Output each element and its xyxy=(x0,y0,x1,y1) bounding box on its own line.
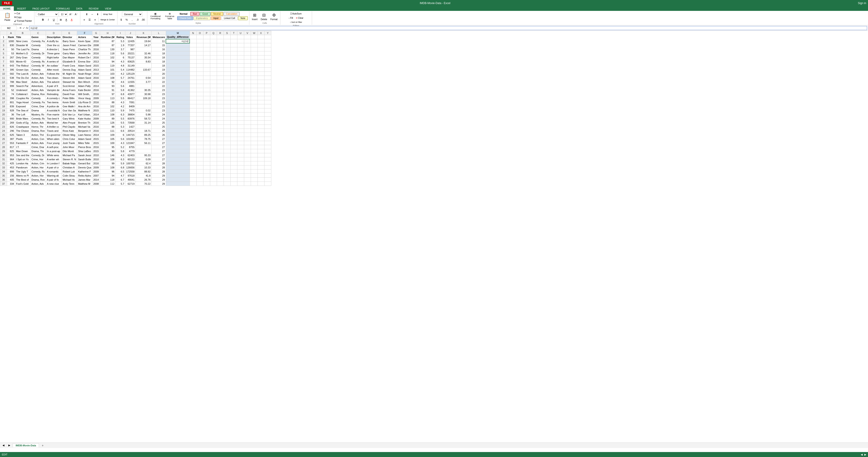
table-cell[interactable]: 112 xyxy=(100,182,115,186)
table-cell-empty[interactable] xyxy=(244,170,251,174)
table-cell-empty[interactable] xyxy=(196,68,203,72)
table-cell[interactable]: 29 xyxy=(152,178,166,182)
table-cell[interactable]: Comedy, Rc xyxy=(30,117,46,121)
table-cell[interactable]: 23 xyxy=(152,104,166,109)
row-header[interactable]: 9 xyxy=(0,68,7,72)
delete-button[interactable]: ⊟ Delete xyxy=(259,12,268,21)
col-header-o[interactable]: O xyxy=(196,31,203,35)
table-cell[interactable]: Karl Urban, xyxy=(77,113,92,117)
table-cell[interactable]: 1.9 xyxy=(115,43,125,47)
table-cell[interactable]: Comedy xyxy=(30,56,46,60)
table-cell[interactable]: Nine Lives xyxy=(15,39,30,43)
table-cell[interactable]: 6.6 xyxy=(115,129,125,133)
table-cell[interactable] xyxy=(166,100,190,104)
table-cell[interactable]: 24 xyxy=(152,117,166,121)
table-cell[interactable]: A pair of fo xyxy=(46,178,62,182)
table-cell-empty[interactable] xyxy=(237,174,244,178)
table-cell[interactable]: 101 xyxy=(100,68,115,72)
table-cell[interactable]: 398 xyxy=(7,96,15,100)
table-cell-empty[interactable] xyxy=(223,141,230,145)
table-cell[interactable]: 2010 xyxy=(92,72,100,76)
table-cell[interactable]: 269 xyxy=(7,121,15,125)
table-cell[interactable]: 25 xyxy=(152,125,166,129)
table-cell[interactable]: 50 xyxy=(7,47,15,51)
table-cell[interactable] xyxy=(166,165,190,170)
table-cell-empty[interactable] xyxy=(230,121,237,125)
table-cell[interactable]: 18 xyxy=(152,56,166,60)
table-cell-empty[interactable] xyxy=(244,84,251,88)
table-cell[interactable]: 2014 xyxy=(92,113,100,117)
table-cell[interactable]: Chris Colur xyxy=(62,137,77,141)
table-cell[interactable]: 97618 xyxy=(125,174,135,178)
table-cell[interactable]: Kate Hudsc xyxy=(77,117,92,121)
table-cell[interactable]: 125129 xyxy=(125,72,135,76)
table-cell[interactable]: Dennis Dug xyxy=(62,68,77,72)
row-header[interactable]: 34 xyxy=(0,170,7,174)
table-cell[interactable]: Drama, Ron xyxy=(30,178,46,182)
table-cell[interactable]: 2016 xyxy=(92,80,100,84)
table-cell[interactable]: London Ha xyxy=(15,161,30,165)
table-cell[interactable]: Crawlspace xyxy=(15,125,30,129)
table-cell-empty[interactable] xyxy=(217,104,223,109)
table-cell-empty[interactable] xyxy=(190,56,196,60)
table-cell-empty[interactable] xyxy=(237,125,244,129)
table-cell[interactable]: Comedy, Fa xyxy=(30,100,46,104)
table-cell[interactable]: Two best fr xyxy=(46,117,62,121)
table-cell-empty[interactable] xyxy=(257,121,264,125)
table-cell[interactable]: 27 xyxy=(152,153,166,157)
table-cell[interactable] xyxy=(166,72,190,76)
table-cell[interactable]: Taken 3 xyxy=(15,133,30,137)
table-cell-empty[interactable] xyxy=(257,129,264,133)
table-cell[interactable]: Dirty Gran xyxy=(15,56,30,60)
table-cell[interactable]: 144715 xyxy=(125,133,135,137)
table-cell[interactable]: 553 xyxy=(7,141,15,145)
table-cell-empty[interactable] xyxy=(257,170,264,174)
table-cell[interactable]: Jason Fried xyxy=(62,43,77,47)
table-cell[interactable]: Steven Bril xyxy=(62,76,77,80)
table-cell-empty[interactable] xyxy=(257,56,264,60)
table-cell-empty[interactable] xyxy=(217,125,223,129)
table-cell[interactable] xyxy=(166,43,190,47)
table-cell-empty[interactable] xyxy=(237,145,244,149)
table-cell[interactable]: 20221 xyxy=(125,51,135,56)
table-cell[interactable]: 6.8 xyxy=(115,165,125,170)
table-cell-empty[interactable] xyxy=(230,145,237,149)
table-cell[interactable]: 121847 xyxy=(125,141,135,145)
table-cell[interactable]: 2008 xyxy=(92,182,100,186)
table-cell-empty[interactable] xyxy=(190,161,196,165)
table-cell-empty[interactable] xyxy=(223,149,230,153)
row-header[interactable]: 30 xyxy=(0,153,7,157)
merge-center-button[interactable]: Merge & Center xyxy=(99,17,116,22)
table-cell[interactable]: Adam Sand xyxy=(77,64,92,68)
table-cell[interactable]: Rating xyxy=(115,35,125,39)
table-cell[interactable]: 2009 xyxy=(92,96,100,100)
table-cell[interactable]: 83976 xyxy=(125,117,135,121)
table-cell-empty[interactable] xyxy=(217,72,223,76)
bold-button[interactable]: B xyxy=(40,17,45,22)
table-cell-empty[interactable] xyxy=(251,145,257,149)
table-cell[interactable]: 86417 xyxy=(125,96,135,100)
table-cell-empty[interactable] xyxy=(244,149,251,153)
table-cell-empty[interactable] xyxy=(244,35,251,39)
table-cell[interactable]: Action, Adv xyxy=(30,121,46,125)
table-cell-empty[interactable] xyxy=(251,149,257,153)
table-cell-empty[interactable] xyxy=(217,47,223,51)
table-cell-empty[interactable] xyxy=(251,129,257,133)
table-cell[interactable]: 2016 xyxy=(92,125,100,129)
table-cell[interactable]: 5.8 xyxy=(115,149,125,153)
table-cell-empty[interactable] xyxy=(203,43,210,47)
table-cell[interactable]: 953 xyxy=(7,153,15,157)
table-cell[interactable]: 4.3 xyxy=(115,153,125,157)
table-cell[interactable]: 26 xyxy=(152,129,166,133)
table-cell-empty[interactable] xyxy=(257,104,264,109)
table-cell[interactable]: Phil Claydo xyxy=(62,125,77,129)
table-cell-empty[interactable] xyxy=(257,92,264,96)
style-normal[interactable]: Normal xyxy=(177,12,190,16)
table-cell-empty[interactable] xyxy=(190,92,196,96)
table-cell[interactable]: 4.3 xyxy=(115,141,125,145)
table-cell-empty[interactable] xyxy=(257,64,264,68)
table-cell-empty[interactable] xyxy=(210,88,217,92)
table-cell-empty[interactable] xyxy=(203,133,210,137)
table-cell[interactable]: Michael Hc xyxy=(62,178,77,182)
table-cell-empty[interactable] xyxy=(257,137,264,141)
